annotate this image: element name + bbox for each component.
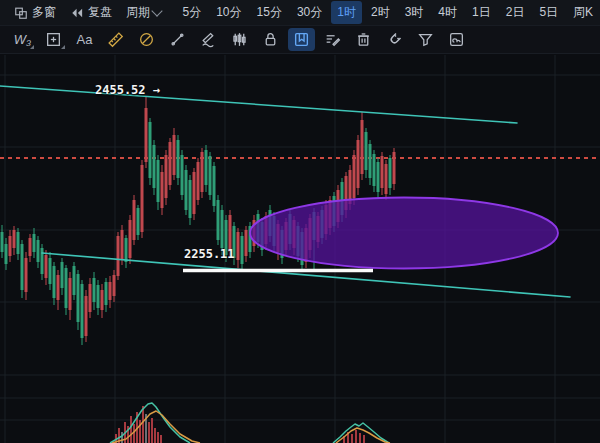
candle-body [217, 200, 220, 240]
candle-body [189, 180, 192, 218]
multi-window-button[interactable]: 多窗 [14, 4, 56, 21]
volume-bar [157, 432, 159, 443]
volume-bar [363, 435, 365, 443]
candle-body [141, 165, 144, 232]
volume-bar [151, 418, 153, 443]
timeframe-周K[interactable]: 周K [567, 1, 599, 24]
candle-body [101, 290, 104, 310]
volume-bar [355, 430, 357, 443]
candle-body [201, 152, 204, 192]
candle-body [369, 144, 372, 178]
candle-body [241, 236, 244, 264]
period-label: 周期 [126, 4, 150, 21]
candle-body [53, 266, 56, 298]
candle-body [197, 162, 200, 200]
magnet-tool[interactable] [381, 28, 408, 51]
refresh-draw-tool[interactable] [443, 28, 470, 51]
ruler-tool[interactable] [102, 28, 129, 51]
candle-body [77, 274, 80, 322]
volume-bar [121, 432, 123, 443]
candle-body [121, 230, 124, 260]
candle-body [149, 122, 152, 178]
candle-body [377, 162, 380, 192]
volume-bar [359, 433, 361, 443]
candle-body [153, 145, 156, 188]
timeframe-5日[interactable]: 5日 [533, 1, 564, 24]
timeframe-1日[interactable]: 1日 [466, 1, 497, 24]
candle-body [365, 132, 368, 170]
wave-tool[interactable]: W₃ [9, 28, 36, 51]
volume-bar [160, 435, 162, 443]
candle-body [85, 296, 88, 336]
candle-body [89, 284, 92, 312]
candle-body [185, 170, 188, 210]
text-tool[interactable]: Aa [71, 28, 98, 51]
candle-body [97, 285, 100, 308]
candle-body [213, 166, 216, 206]
timeframe-2日[interactable]: 2日 [500, 1, 531, 24]
candle-body [209, 156, 212, 195]
candle-body [157, 160, 160, 202]
no-draw-tool[interactable] [133, 28, 160, 51]
candle-body [21, 244, 24, 290]
candle-body [25, 258, 28, 292]
lock-tool[interactable] [257, 28, 284, 51]
bar-pattern-tool[interactable] [226, 28, 253, 51]
candle-body [129, 220, 132, 258]
timeframe-2时[interactable]: 2时 [365, 1, 396, 24]
filter-tool[interactable] [412, 28, 439, 51]
candle-body [113, 275, 116, 296]
candle-body [205, 150, 208, 185]
timeframe-4时[interactable]: 4时 [432, 1, 463, 24]
timeframe-1时[interactable]: 1时 [331, 1, 362, 24]
timeframe-3时[interactable]: 3时 [399, 1, 430, 24]
crosshair-add-tool[interactable] [40, 28, 67, 51]
replay-button[interactable]: 复盘 [70, 4, 112, 21]
candle-body [173, 135, 176, 175]
candle-body [181, 155, 184, 195]
candle-body [381, 156, 384, 188]
candle-body [145, 108, 148, 162]
candle-body [33, 234, 36, 252]
timeframe-list: 5分10分15分30分1时2时3时4时1日2日5日周K月K季K年K1分 [175, 1, 600, 24]
high-price-label: 2455.52 → [95, 83, 160, 97]
candle-body [57, 275, 60, 300]
candle-body [357, 140, 360, 188]
multi-window-label: 多窗 [32, 4, 56, 21]
candle-body [385, 164, 388, 194]
timeframe-10分[interactable]: 10分 [210, 1, 247, 24]
candle-body [117, 236, 120, 276]
volume-bar [142, 406, 144, 443]
upper-trendline [0, 86, 517, 123]
candle-body [13, 230, 16, 248]
candle-body [373, 154, 376, 186]
timeframe-5分[interactable]: 5分 [177, 1, 208, 24]
multi-window-icon [14, 6, 28, 20]
candle-body [69, 278, 72, 310]
low-price-label: 2255.11 [184, 247, 235, 261]
freehand-tool[interactable] [195, 28, 222, 51]
candle-body [61, 262, 64, 288]
timeframe-30分[interactable]: 30分 [291, 1, 328, 24]
note-edit-tool[interactable] [319, 28, 346, 51]
chevron-down-icon [151, 5, 162, 16]
candle-body [193, 172, 196, 214]
timeframe-15分[interactable]: 15分 [251, 1, 288, 24]
period-dropdown[interactable]: 周期 [126, 4, 161, 21]
candle-body [137, 208, 140, 235]
candle-body [65, 268, 68, 308]
candle-body [41, 248, 44, 274]
candle-body [389, 158, 392, 188]
volume-bar [130, 416, 132, 443]
candle-body [1, 232, 4, 252]
bookmark-panel-tool[interactable] [288, 28, 315, 51]
candlestick-chart[interactable] [0, 0, 600, 443]
replay-label: 复盘 [88, 4, 112, 21]
candle-body [393, 152, 396, 184]
volume-bar [154, 428, 156, 443]
delete-tool[interactable] [350, 28, 377, 51]
candle-body [9, 236, 12, 256]
candle-body [109, 282, 112, 300]
line-tool[interactable] [164, 28, 191, 51]
candle-body [161, 172, 164, 208]
